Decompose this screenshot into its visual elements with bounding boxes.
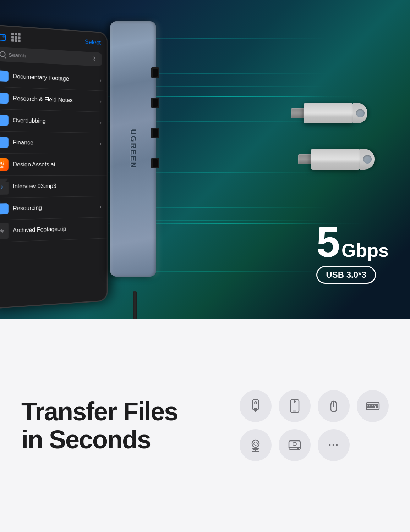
chevron-right-icon: › <box>100 77 101 83</box>
svg-point-27 <box>297 448 299 449</box>
topbar-icons <box>0 32 21 42</box>
file-name: Research & Field Notes <box>13 95 96 104</box>
usb-port-1 <box>151 67 159 78</box>
list-item[interactable]: Research & Field Notes › <box>0 87 107 112</box>
webcam-icon <box>240 429 272 461</box>
folder-icon <box>0 69 9 83</box>
hard-drive-icon <box>279 429 311 461</box>
list-item[interactable]: Finance › <box>0 131 107 154</box>
list-item[interactable]: zip Archived Footage.zip <box>0 217 107 243</box>
folder-icon <box>0 113 9 127</box>
list-item[interactable]: Resourcing › <box>0 196 107 221</box>
svg-rect-14 <box>370 404 372 405</box>
usb-port-4 <box>151 158 159 168</box>
folder-nav-icon[interactable] <box>0 32 6 41</box>
mouse-icon <box>318 390 350 422</box>
chevron-right-icon: › <box>100 141 101 146</box>
svg-point-5 <box>255 402 257 404</box>
usb-drive-2 <box>298 149 375 170</box>
file-name: Archived Footage.zip <box>13 225 102 234</box>
phone-icon-svg <box>287 398 302 414</box>
usb-standard-badge: USB 3.0*3 <box>316 266 376 284</box>
list-item[interactable]: Documentary Footage › <box>0 65 107 92</box>
svg-rect-22 <box>253 448 258 449</box>
keyboard-icon-svg <box>365 398 381 414</box>
chevron-right-icon: › <box>100 120 101 125</box>
file-name: Resourcing <box>13 204 96 212</box>
file-name: Interview 03.mp3 <box>13 183 102 190</box>
svg-point-9 <box>294 401 295 402</box>
bottom-section: Transfer Files in Seconds <box>0 319 410 532</box>
file-name: Overdubbing <box>13 117 96 126</box>
microphone-icon[interactable]: 🎙 <box>91 55 97 63</box>
svg-rect-3 <box>254 408 257 410</box>
device-icons-grid: ··· <box>240 390 389 461</box>
more-icon: ··· <box>318 429 350 461</box>
usb-icon-svg <box>248 398 263 414</box>
usb-drive-1 <box>291 103 367 123</box>
usb-drive-body-2 <box>298 149 375 170</box>
tablet-volume-btn <box>107 88 108 102</box>
file-name: Documentary Footage <box>13 73 96 83</box>
usb-port-3 <box>151 128 159 138</box>
headline: Transfer Files in Seconds <box>21 398 211 454</box>
usb-drive-body-1 <box>291 103 367 123</box>
svg-rect-17 <box>368 406 369 408</box>
ai-file-icon: Ai AI <box>0 158 9 171</box>
hub-brand-logo: UGREEN <box>129 129 138 169</box>
hub-cable <box>133 291 137 319</box>
smartphone-icon <box>279 390 311 422</box>
speed-badge: 5 Gbps USB 3.0*3 <box>316 221 389 284</box>
speed-unit: Gbps <box>341 240 389 261</box>
file-list: Documentary Footage › Research & Field N… <box>0 65 107 243</box>
chevron-right-icon: › <box>100 99 101 104</box>
svg-rect-18 <box>370 406 375 408</box>
hdd-icon-svg <box>287 437 302 453</box>
svg-rect-15 <box>373 404 374 405</box>
list-item[interactable]: ♪ Interview 03.mp3 <box>0 175 107 198</box>
usb-hub: UGREEN <box>110 21 160 298</box>
tablet-volume-btn-2 <box>107 109 108 123</box>
svg-point-1 <box>2 35 5 38</box>
speed-number: 5 <box>316 221 340 263</box>
select-button[interactable]: Select <box>85 38 101 46</box>
svg-rect-16 <box>375 404 378 405</box>
mp3-file-icon: ♪ <box>0 180 9 193</box>
top-section: Select Search 🎙 Documentary Footage › <box>0 0 410 319</box>
usb-flash-icon <box>240 390 272 422</box>
tablet-screen: Select Search 🎙 Documentary Footage › <box>0 25 107 308</box>
svg-rect-0 <box>0 34 6 40</box>
headline-line-1: Transfer Files in Seconds <box>21 398 211 454</box>
svg-point-20 <box>252 440 259 447</box>
chevron-right-icon: › <box>100 204 101 210</box>
svg-point-28 <box>293 442 296 446</box>
svg-point-21 <box>254 442 257 445</box>
tablet-device: Select Search 🎙 Documentary Footage › <box>0 24 108 309</box>
usb-port-2 <box>151 98 159 108</box>
list-item[interactable]: Overdubbing › <box>0 109 107 133</box>
list-item[interactable]: Ai AI Design Assets.ai <box>0 154 107 176</box>
file-name: Finance <box>13 139 96 147</box>
file-name: Design Assets.ai <box>13 161 102 168</box>
svg-rect-19 <box>376 406 378 408</box>
search-placeholder: Search <box>9 51 26 59</box>
hub-body: UGREEN <box>110 21 156 277</box>
folder-icon <box>0 136 9 149</box>
mouse-icon-svg <box>326 398 341 414</box>
webcam-icon-svg <box>248 437 263 453</box>
zip-file-icon: zip <box>0 224 9 238</box>
search-icon <box>0 51 6 57</box>
grid-view-icon[interactable] <box>11 33 21 42</box>
svg-rect-13 <box>368 404 369 405</box>
folder-icon <box>0 91 9 105</box>
folder-icon <box>0 202 9 216</box>
keyboard-icon <box>357 390 389 422</box>
